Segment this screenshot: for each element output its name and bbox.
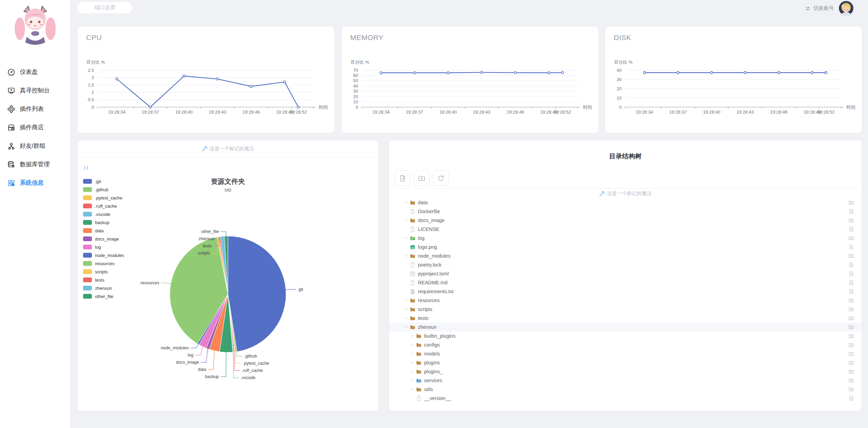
tree-row[interactable]: data [389,200,862,207]
new-folder-icon [418,174,425,182]
tree-row[interactable]: log [389,234,862,243]
switch-account-button[interactable]: 切换账号 [805,5,834,12]
tree-row[interactable]: docs_image [389,216,862,225]
tree-row[interactable]: services [389,376,862,385]
tree-row[interactable]: utils [389,385,862,394]
folder-icon [410,200,416,206]
pie-slice-label: scripts [198,251,210,256]
sidebar-item-plugin-list[interactable]: 插件列表 [0,100,70,118]
tree-row[interactable]: plugins [389,358,862,367]
tree-row[interactable]: zhenxun [389,323,862,332]
avatar[interactable] [839,1,853,15]
new-folder-button[interactable] [414,170,430,186]
svg-text:19:28:43: 19:28:43 [209,109,226,115]
sidebar-item-plugin-store[interactable]: 插件商店 [0,118,70,137]
file-download-icon[interactable] [849,280,854,285]
file-icon [410,280,416,286]
tree-row[interactable]: poetry.lock [389,260,862,269]
tree-row[interactable]: tests [389,314,862,323]
folder [416,351,422,357]
folder-icon [410,315,416,321]
expand-arrow-icon[interactable] [404,316,409,320]
tree-row-label: services [424,378,442,383]
expand-arrow-icon[interactable] [404,325,409,329]
sidebar-item-system-info[interactable]: 系统信息 [0,174,70,192]
folder-download-icon[interactable] [849,235,854,241]
expand-arrow-icon[interactable] [410,361,415,364]
sidebar-item-label: 插件列表 [20,106,44,112]
folder-download-icon[interactable] [849,342,854,348]
disk-card: DISK 百分比 %01020304019:28:3419:28:3719:28… [605,27,862,133]
arrow-collapsed [405,316,408,320]
tree-row[interactable]: Dockerfile [389,207,862,216]
folder-download-icon[interactable] [849,351,854,356]
folder-download-icon[interactable] [849,378,854,383]
port-settings-button[interactable]: 端口设置 [78,2,132,13]
sidebar-item-console[interactable]: 真寻控制台 [0,81,70,100]
memory-chart: 百分比 %01020304050607019:28:3419:28:3719:2… [342,27,598,133]
expand-arrow-icon[interactable] [410,352,415,355]
file-download-icon[interactable] [849,395,854,401]
expand-arrow-icon[interactable] [404,236,409,240]
expand-arrow-icon[interactable] [410,379,415,382]
sidebar-item-database[interactable]: 数据库管理 [0,155,70,174]
folder-download-icon[interactable] [849,315,854,321]
tree-row[interactable]: builtin_plugins [389,332,862,340]
file-download-icon[interactable] [849,244,854,250]
new-file-button[interactable] [395,170,410,186]
folder-download-icon[interactable] [849,253,854,259]
tree-row[interactable]: models [389,349,862,358]
pie-slice [228,236,286,352]
folder-download-icon[interactable] [849,298,854,303]
expand-arrow-icon[interactable] [404,254,409,258]
folder-download-icon[interactable] [849,369,854,374]
file-download-icon[interactable] [849,209,854,214]
pie-slice-label: .git [297,287,303,292]
tree-row[interactable]: node_modules [389,251,862,260]
folder-download-icon[interactable] [849,218,854,223]
file-download-icon[interactable] [849,262,854,268]
folder-download-icon[interactable] [849,333,854,339]
folder-download-icon [849,324,854,330]
file-download-icon[interactable] [849,226,854,232]
folder-download-icon[interactable] [849,307,854,312]
tree-row[interactable]: scripts [389,305,862,314]
sidebar-item-dashboard[interactable]: 仪表盘 [0,63,70,81]
directory-tree[interactable]: data Dockerfile docs_image LICENSE log l… [389,200,862,409]
sidebar-menu: 仪表盘 真寻控制台 插件列表 插件商店 好友/群组 数据库管理 系统信息 [0,63,70,192]
svg-text:1: 1 [92,90,94,95]
gauge-icon [7,68,15,76]
folder-download-icon[interactable] [849,200,854,205]
folder-download-icon[interactable] [849,324,854,330]
tree-row[interactable]: __version__ [389,394,862,403]
file-icon [410,262,416,268]
tree-row[interactable]: resources [389,296,862,305]
sidebar-item-label: 系统信息 [20,180,44,186]
expand-arrow-icon[interactable] [404,308,409,311]
svg-text:19:28:37: 19:28:37 [669,109,687,115]
expand-arrow-icon[interactable] [410,343,415,347]
refresh-button[interactable] [433,170,449,186]
tree-row[interactable]: logo.png [389,243,862,251]
svg-text:70: 70 [353,68,358,73]
folder-download-icon[interactable] [849,387,854,392]
folder-icon [416,351,422,357]
file-download-icon[interactable] [849,271,854,276]
tree-row[interactable]: pyproject.toml [389,269,862,278]
expand-arrow-icon[interactable] [410,334,415,338]
sidebar-item-friends-groups[interactable]: 好友/群组 [0,137,70,155]
tree-row[interactable]: plugins_ [389,367,862,376]
expand-arrow-icon[interactable] [404,299,409,302]
tree-row[interactable]: README.md [389,278,862,287]
tree-row[interactable]: requirements.txt [389,287,862,296]
expand-arrow-icon[interactable] [404,219,409,222]
file-download-icon[interactable] [849,289,854,294]
tree-row[interactable]: LICENSE [389,225,862,234]
expand-arrow-icon[interactable] [404,201,409,204]
tree-row[interactable]: configs [389,340,862,349]
expand-arrow-icon[interactable] [410,388,415,391]
folder-download-icon[interactable] [849,360,854,365]
svg-text:19:28:52: 19:28:52 [554,109,571,115]
expand-arrow-icon[interactable] [410,370,415,373]
svg-text:时间: 时间 [319,105,328,110]
